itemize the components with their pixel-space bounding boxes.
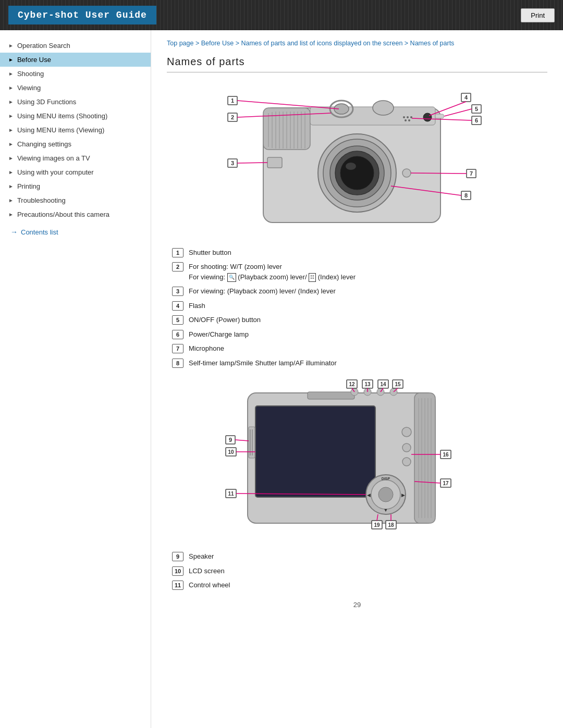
- sidebar-item-shooting[interactable]: ► Shooting: [0, 67, 151, 81]
- page-title: Names of parts: [167, 56, 547, 72]
- part-item-8: 8 Self-timer lamp/Smile Shutter lamp/AF …: [172, 358, 547, 368]
- svg-point-74: [402, 458, 411, 466]
- part-desc-2a: For shooting: W/T (zoom) lever: [189, 262, 547, 272]
- sidebar-item-precautions[interactable]: ► Precautions/About this camera: [0, 207, 151, 221]
- svg-text:5: 5: [475, 106, 478, 112]
- header: Cyber-shot User Guide Print: [0, 0, 563, 30]
- contents-arrow-icon: →: [10, 228, 18, 236]
- part-desc-2: For shooting: W/T (zoom) lever For viewi…: [189, 262, 547, 282]
- sidebar-item-changing-settings[interactable]: ► Changing settings: [0, 137, 151, 151]
- part-number-11: 11: [172, 581, 183, 590]
- sidebar-item-using-menu-viewing[interactable]: ► Using MENU items (Viewing): [0, 123, 151, 137]
- app-title: Cyber-shot User Guide: [8, 6, 156, 24]
- part-desc-6: Power/Charge lamp: [189, 329, 547, 340]
- print-button[interactable]: Print: [521, 8, 555, 22]
- part-number-2: 2: [172, 262, 183, 272]
- sidebar-label: Precautions/About this camera: [17, 211, 109, 218]
- svg-text:DISP: DISP: [382, 477, 390, 480]
- svg-point-30: [423, 113, 432, 121]
- arrow-icon: ►: [8, 57, 14, 63]
- sidebar-label: Using 3D Functions: [17, 98, 76, 106]
- svg-line-46: [444, 109, 472, 116]
- svg-rect-64: [255, 406, 375, 497]
- part-number-4: 4: [172, 301, 183, 311]
- svg-point-25: [403, 116, 405, 118]
- sidebar-label: Before Use: [17, 56, 51, 64]
- content-area: Top page > Before Use > Names of parts a…: [151, 30, 563, 624]
- sidebar-label: Viewing: [17, 84, 41, 92]
- svg-text:18: 18: [388, 522, 394, 528]
- svg-text:▼: ▼: [384, 508, 388, 513]
- parts-list-back: 9 Speaker 10 LCD screen 11 Control wheel: [172, 551, 547, 590]
- back-camera-svg: DISP ▼ ◀ ▶: [206, 377, 508, 544]
- arrow-icon: ►: [8, 198, 14, 203]
- part-desc-2b: For viewing: 🔍 (Playback zoom) lever/ ☷ …: [189, 272, 547, 282]
- sidebar-label: Using MENU items (Shooting): [17, 112, 107, 120]
- svg-text:▶: ▶: [401, 492, 405, 498]
- contents-link-label: Contents list: [21, 228, 58, 236]
- svg-rect-75: [308, 392, 354, 399]
- svg-text:19: 19: [374, 522, 380, 528]
- arrow-icon: ►: [8, 43, 14, 48]
- index-icon: ☷: [309, 273, 316, 282]
- svg-text:2: 2: [231, 114, 234, 120]
- sidebar: ► Operation Search ► Before Use ► Shooti…: [0, 30, 151, 728]
- sidebar-label: Shooting: [17, 70, 44, 78]
- part-item-3: 3 For viewing: (Playback zoom) lever/ (I…: [172, 286, 547, 297]
- svg-point-29: [408, 119, 410, 121]
- sidebar-item-operation-search[interactable]: ► Operation Search: [0, 39, 151, 53]
- sidebar-item-troubleshooting[interactable]: ► Troubleshooting: [0, 193, 151, 207]
- sidebar-label: Operation Search: [17, 42, 70, 50]
- sidebar-item-before-use[interactable]: ► Before Use: [0, 53, 151, 67]
- svg-text:17: 17: [443, 480, 449, 486]
- svg-point-15: [373, 101, 394, 115]
- sidebar-item-using-computer[interactable]: ► Using with your computer: [0, 165, 151, 179]
- arrow-icon: ►: [8, 183, 14, 189]
- svg-text:14: 14: [380, 381, 386, 387]
- sidebar-item-using-3d[interactable]: ► Using 3D Functions: [0, 95, 151, 109]
- svg-rect-80: [249, 427, 255, 458]
- svg-text:13: 13: [364, 381, 371, 387]
- svg-text:6: 6: [475, 117, 478, 124]
- svg-text:◀: ◀: [367, 492, 371, 498]
- sidebar-label: Using MENU items (Viewing): [17, 126, 104, 134]
- svg-text:16: 16: [443, 452, 449, 458]
- sidebar-item-printing[interactable]: ► Printing: [0, 179, 151, 193]
- sidebar-item-viewing-tv[interactable]: ► Viewing images on a TV: [0, 151, 151, 165]
- arrow-icon: ►: [8, 71, 14, 77]
- svg-text:9: 9: [229, 437, 232, 443]
- svg-point-26: [407, 116, 409, 118]
- part-item-1: 1 Shutter button: [172, 248, 547, 258]
- parts-list-front: 1 Shutter button 2 For shooting: W/T (zo…: [172, 248, 547, 368]
- sidebar-item-using-menu-shooting[interactable]: ► Using MENU items (Shooting): [0, 109, 151, 123]
- svg-point-28: [405, 119, 407, 121]
- sidebar-label: Troubleshooting: [17, 196, 66, 204]
- front-camera-diagram: 1 2 3 4 5 6: [167, 82, 547, 238]
- sidebar-item-viewing[interactable]: ► Viewing: [0, 81, 151, 95]
- arrow-icon: ►: [8, 113, 14, 119]
- svg-text:10: 10: [228, 449, 234, 455]
- svg-point-67: [378, 487, 393, 502]
- part-number-9: 9: [172, 552, 183, 561]
- part-number-3: 3: [172, 287, 183, 296]
- part-item-10: 10 LCD screen: [172, 566, 547, 576]
- svg-point-72: [402, 427, 411, 437]
- part-desc-1: Shutter button: [189, 248, 547, 258]
- playback-zoom-icon: 🔍: [227, 273, 236, 282]
- svg-rect-23: [267, 157, 282, 168]
- sidebar-label: Changing settings: [17, 140, 71, 148]
- svg-text:12: 12: [349, 381, 355, 387]
- breadcrumb-before-use[interactable]: Before Use: [201, 40, 234, 47]
- part-number-10: 10: [172, 566, 183, 576]
- svg-text:11: 11: [228, 491, 234, 497]
- part-item-7: 7 Microphone: [172, 343, 547, 354]
- svg-point-21: [340, 156, 374, 190]
- sidebar-label: Printing: [17, 182, 40, 190]
- svg-text:4: 4: [464, 94, 468, 101]
- breadcrumb-names-of-parts-icons[interactable]: Names of parts and list of icons display…: [241, 40, 402, 47]
- arrow-icon: ►: [8, 212, 14, 217]
- part-desc-11: Control wheel: [189, 580, 547, 590]
- breadcrumb-top[interactable]: Top page: [167, 40, 193, 47]
- contents-list-link[interactable]: → Contents list: [0, 221, 151, 242]
- arrow-icon: ►: [8, 141, 14, 147]
